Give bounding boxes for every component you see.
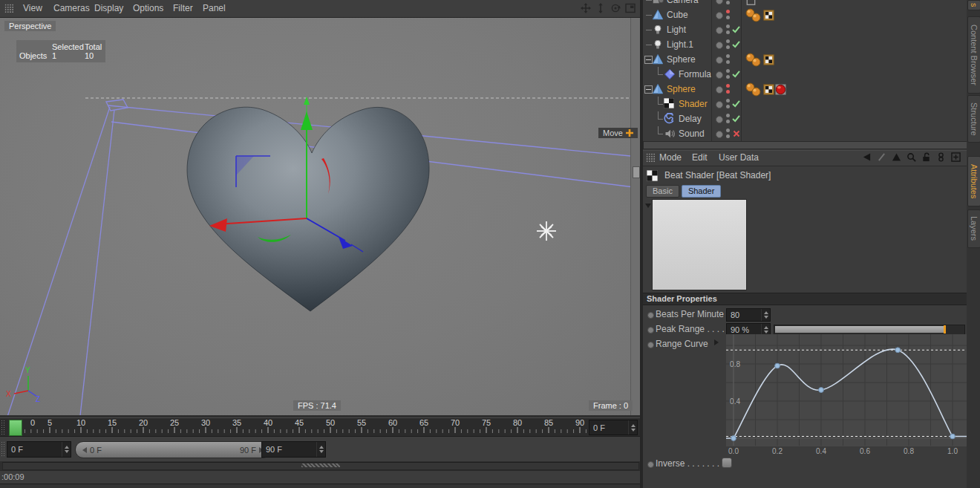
layer-dot[interactable]	[716, 27, 723, 34]
enabled-check-icon[interactable]	[732, 114, 740, 123]
tag-texture-tag[interactable]	[763, 10, 774, 21]
object-row-sphere[interactable]: Sphere	[643, 82, 967, 97]
collapse-triangle-icon[interactable]	[645, 204, 651, 208]
object-row-delay[interactable]: Delay	[643, 111, 967, 126]
visibility-dot-render[interactable]	[726, 90, 730, 94]
object-row-formula[interactable]: Formula	[643, 67, 967, 82]
disabled-cross-icon[interactable]	[733, 130, 740, 137]
layer-dot[interactable]	[716, 131, 723, 138]
attr-add-panel-icon[interactable]	[951, 152, 961, 162]
viewport-maximize-icon[interactable]	[625, 3, 636, 13]
object-name[interactable]: Shader	[679, 99, 708, 109]
attr-menu-user-data[interactable]: User Data	[719, 152, 759, 163]
drag-handle-icon[interactable]	[646, 153, 656, 163]
visibility-dot-editor[interactable]	[726, 69, 730, 73]
panel-tab-structure[interactable]: Structure	[967, 95, 980, 143]
layer-dot[interactable]	[716, 86, 723, 94]
drag-handle-icon[interactable]	[1, 441, 5, 456]
object-name[interactable]: Sphere	[667, 54, 696, 65]
viewport-zoom-icon[interactable]	[595, 3, 606, 13]
object-row-camera[interactable]: Camera	[643, 0, 967, 7]
ruler-frame-field[interactable]: 0 F	[589, 420, 638, 435]
viewport-3d[interactable]: Y X Z	[0, 18, 640, 415]
object-name[interactable]: Cube	[667, 10, 688, 20]
splitter-handle[interactable]	[633, 166, 640, 178]
tag-texture-tag[interactable]	[763, 54, 774, 65]
menu-cameras[interactable]: Cameras	[53, 3, 90, 13]
panel-tab-attributes[interactable]: Attributes	[967, 156, 980, 206]
inverse-checkbox[interactable]	[722, 458, 732, 468]
visibility-dot-editor[interactable]	[726, 10, 730, 13]
viewport-rotate-icon[interactable]	[610, 3, 621, 13]
object-row-shader[interactable]: Shader	[643, 97, 967, 111]
perspective-label[interactable]: Perspective	[4, 21, 56, 31]
tag-texture-tag[interactable]	[763, 84, 774, 95]
drag-handle-icon[interactable]	[1, 420, 5, 435]
range-curve-editor[interactable]: 0.40.80.00.20.40.60.81.0	[726, 334, 967, 455]
scrollbar-thumb[interactable]	[301, 463, 340, 467]
enabled-check-icon[interactable]	[732, 25, 740, 33]
attr-search-icon[interactable]	[906, 152, 916, 162]
expand-triangle-icon[interactable]	[714, 339, 719, 345]
viewport-pan-icon[interactable]	[581, 3, 591, 13]
menu-display[interactable]: Display	[94, 3, 123, 13]
menu-view[interactable]: View	[23, 3, 42, 13]
object-manager-scrollbar[interactable]	[643, 141, 968, 149]
spinner[interactable]	[316, 442, 325, 457]
timeline-ruler[interactable]: 051015202530354045505560657075808590 0 F	[0, 417, 640, 437]
tab-basic[interactable]: Basic	[646, 185, 679, 198]
end-frame-field[interactable]: 90 F	[261, 441, 326, 458]
preview-range-slider[interactable]: 0 F 90 F	[75, 441, 271, 458]
menu-options[interactable]: Options	[133, 3, 163, 13]
attr-lock-icon[interactable]	[921, 152, 931, 162]
shader-preview-swatch[interactable]	[652, 199, 747, 290]
visibility-dot-editor[interactable]	[726, 39, 730, 43]
tag-red-sphere-tag[interactable]	[775, 84, 786, 95]
menu-filter[interactable]: Filter	[173, 3, 193, 13]
panel-tab-content-browser[interactable]: Content Browser	[967, 16, 980, 94]
menu-panel[interactable]: Panel	[203, 3, 226, 13]
tag-material-tag[interactable]	[751, 13, 761, 22]
visibility-dot-render[interactable]	[726, 120, 730, 123]
object-row-light-1[interactable]: Light.1	[643, 37, 967, 52]
object-name[interactable]: Light	[667, 25, 686, 35]
layer-dot[interactable]	[716, 116, 723, 123]
visibility-dot-render[interactable]	[726, 45, 730, 49]
object-name[interactable]: Camera	[667, 0, 699, 5]
layer-dot[interactable]	[716, 56, 723, 64]
attr-forward-icon[interactable]	[877, 152, 886, 162]
light-star-icon[interactable]	[537, 221, 556, 241]
visibility-dot-editor[interactable]	[726, 99, 730, 103]
drag-handle-icon[interactable]	[4, 4, 14, 13]
tag-material-tag[interactable]	[751, 87, 761, 97]
spinner[interactable]	[62, 442, 71, 457]
viewport-splitter[interactable]	[630, 18, 640, 415]
anim-dot[interactable]	[647, 327, 654, 334]
panel-tab-s[interactable]: s	[967, 0, 980, 10]
enabled-check-icon[interactable]	[732, 100, 740, 108]
tag-null-tag[interactable]	[745, 0, 757, 6]
beats-per-minute-field[interactable]: 80	[726, 308, 771, 322]
spinner[interactable]	[761, 309, 770, 321]
object-name[interactable]: Sound	[679, 128, 705, 139]
visibility-dot-editor[interactable]	[726, 128, 730, 132]
layer-dot[interactable]	[716, 71, 723, 79]
spinner[interactable]	[628, 420, 637, 435]
visibility-dot-render[interactable]	[726, 60, 730, 64]
attr-menu-mode[interactable]: Mode	[659, 152, 682, 163]
heart-object[interactable]	[187, 107, 429, 311]
object-row-light[interactable]: Light	[643, 22, 967, 37]
tag-material-tag[interactable]	[751, 57, 761, 67]
enabled-check-icon[interactable]	[732, 40, 740, 48]
layer-dot[interactable]	[716, 101, 723, 108]
object-row-sound[interactable]: Sound	[643, 126, 967, 141]
visibility-dot-editor[interactable]	[726, 25, 730, 28]
anim-dot[interactable]	[647, 342, 654, 348]
layer-dot[interactable]	[716, 0, 723, 4]
attr-link-icon[interactable]	[936, 152, 946, 162]
panel-tab-layers[interactable]: Layers	[967, 209, 980, 248]
visibility-dot-render[interactable]	[726, 134, 730, 138]
enabled-check-icon[interactable]	[732, 70, 740, 78]
object-row-sphere[interactable]: Sphere	[643, 52, 967, 67]
visibility-dot-render[interactable]	[726, 1, 730, 4]
